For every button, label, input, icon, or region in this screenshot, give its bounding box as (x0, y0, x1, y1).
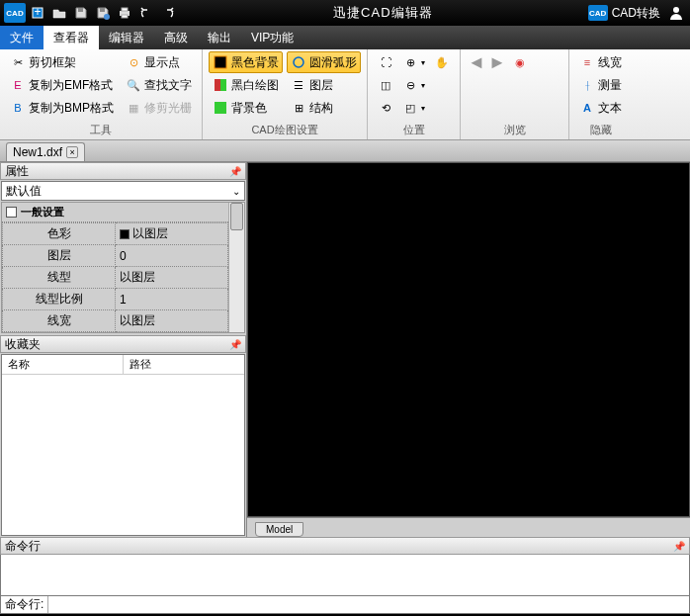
app-title: 迅捷CAD编辑器 (178, 4, 588, 22)
canvas-area: Model (247, 162, 690, 537)
svg-point-4 (104, 14, 110, 20)
menu-file[interactable]: 文件 (0, 26, 43, 49)
pos-btn-5[interactable]: ⊖▾ (398, 74, 429, 96)
pos-btn-1[interactable]: ⛶ (374, 51, 397, 73)
pos-btn-6[interactable]: ⟲ (374, 97, 397, 119)
command-panel-header[interactable]: 命令行 📌 (0, 537, 690, 555)
copy-emf-button[interactable]: E复制为EMF格式 (6, 74, 118, 96)
pos-btn-2[interactable]: ⊕▾ (398, 51, 429, 73)
hide-group-title: 隐藏 (573, 122, 628, 139)
file-tab[interactable]: New1.dxf × (6, 142, 85, 161)
bg-color-button[interactable]: 背景色 (209, 97, 283, 119)
pin-icon[interactable]: 📌 (229, 339, 241, 350)
ribbon: ✂剪切框架 E复制为EMF格式 B复制为BMP格式 ⊙显示点 🔍查找文字 ▦修剪… (0, 49, 690, 140)
crop-frame-button[interactable]: ✂剪切框架 (6, 51, 118, 73)
prop-value[interactable]: 以图层 (116, 310, 228, 332)
prop-value[interactable]: 以图层 (116, 267, 228, 289)
layers-button[interactable]: ☰图层 (287, 74, 361, 96)
prop-value[interactable]: 以图层 (116, 223, 228, 245)
prop-value[interactable]: 0 (116, 245, 228, 267)
layers-icon: ☰ (291, 77, 306, 93)
canvas-tab-strip: Model (247, 517, 690, 537)
structure-label: 结构 (309, 100, 333, 117)
cad-convert-label: CAD转换 (612, 5, 660, 22)
property-grid: 一般设置 色彩以图层 图层0 线型以图层 线型比例1 线宽以图层 (1, 202, 245, 333)
zoom-prev-icon: ⟲ (378, 100, 393, 116)
open-file-button[interactable] (49, 3, 69, 23)
favorites-panel-header[interactable]: 收藏夹 📌 (0, 335, 246, 353)
copy-bmp-button[interactable]: B复制为BMP格式 (6, 97, 118, 119)
position-group-title: 位置 (372, 122, 456, 139)
file-tab-close-button[interactable]: × (66, 146, 78, 158)
browse-btn-1[interactable]: ◉ (508, 51, 532, 73)
svg-rect-2 (78, 8, 83, 12)
svg-point-13 (294, 57, 303, 67)
menu-vip[interactable]: VIP功能 (241, 26, 303, 49)
default-value-label: 默认值 (6, 183, 42, 200)
menu-editor[interactable]: 编辑器 (99, 26, 154, 49)
svg-rect-6 (122, 8, 128, 11)
cad-convert-button[interactable]: CAD CAD转换 (588, 5, 660, 22)
black-bg-button[interactable]: 黑色背景 (209, 51, 283, 73)
nav-back-button[interactable]: ◄ (467, 51, 486, 73)
menu-advanced[interactable]: 高级 (154, 26, 198, 49)
redo-button[interactable] (158, 3, 178, 23)
find-text-label: 查找文字 (144, 77, 192, 94)
smooth-arc-button[interactable]: 圆滑弧形 (287, 51, 361, 73)
command-output[interactable] (0, 555, 690, 596)
pin-icon[interactable]: 📌 (673, 541, 685, 552)
properties-panel-header[interactable]: 属性 📌 (0, 162, 246, 180)
chevron-down-icon: ▾ (421, 58, 425, 67)
model-tab[interactable]: Model (255, 522, 303, 537)
layers-label: 图层 (309, 77, 333, 94)
command-input[interactable] (47, 596, 685, 613)
pos-btn-3[interactable]: ✋ (430, 51, 454, 73)
default-value-combo[interactable]: 默认值 ⌄ (1, 181, 245, 201)
command-line: 命令行: (0, 596, 690, 614)
prop-row: 图层0 (3, 245, 228, 267)
bw-draw-button[interactable]: 黑白绘图 (209, 74, 283, 96)
favorites-list[interactable]: 名称 路径 (1, 354, 245, 536)
structure-button[interactable]: ⊞结构 (287, 97, 361, 119)
measure-icon: ⟊ (579, 77, 595, 93)
fav-col-path[interactable]: 路径 (124, 355, 244, 374)
zoomout-icon: ⊖ (402, 77, 418, 93)
save-button[interactable] (71, 3, 91, 23)
line-width-label: 线宽 (598, 54, 622, 71)
ribbon-group-tools: ✂剪切框架 E复制为EMF格式 B复制为BMP格式 ⊙显示点 🔍查找文字 ▦修剪… (0, 49, 203, 139)
cad-settings-group-title: CAD绘图设置 (207, 122, 363, 139)
command-prompt: 命令行: (5, 596, 43, 613)
measure-button[interactable]: ⟊测量 (575, 74, 626, 96)
prop-key: 图层 (3, 245, 116, 267)
user-button[interactable] (666, 3, 686, 23)
text-button[interactable]: A文本 (575, 97, 626, 119)
pos-btn-4[interactable]: ◫ (374, 74, 397, 96)
menu-output[interactable]: 输出 (198, 26, 241, 49)
line-width-button[interactable]: ≡线宽 (575, 51, 626, 73)
copy-emf-label: 复制为EMF格式 (29, 77, 113, 94)
prop-section-general[interactable]: 一般设置 (2, 203, 228, 222)
svg-rect-11 (220, 79, 226, 91)
bgcolor-icon (213, 100, 228, 116)
show-points-button[interactable]: ⊙显示点 (122, 51, 196, 73)
prop-value[interactable]: 1 (116, 289, 228, 310)
svg-rect-7 (122, 15, 128, 18)
prop-scrollbar[interactable] (228, 203, 244, 332)
menu-viewer[interactable]: 查看器 (43, 26, 99, 49)
chevron-down-icon: ▾ (421, 104, 425, 113)
undo-button[interactable] (136, 3, 156, 23)
browse-group-title: 浏览 (465, 122, 564, 139)
find-text-button[interactable]: 🔍查找文字 (122, 74, 196, 96)
find-icon: 🔍 (126, 77, 141, 93)
nav-fwd-button[interactable]: ► (487, 51, 507, 73)
fav-col-name[interactable]: 名称 (2, 355, 124, 374)
pos-btn-7[interactable]: ◰▾ (398, 97, 429, 119)
new-file-button[interactable]: + (28, 3, 47, 23)
pin-icon[interactable]: 📌 (229, 166, 241, 177)
save-as-button[interactable] (93, 3, 113, 23)
trim-raster-button[interactable]: ▦修剪光栅 (122, 97, 196, 119)
drawing-canvas[interactable] (247, 162, 690, 517)
scrollbar-thumb[interactable] (230, 203, 243, 230)
favorites-panel: 收藏夹 📌 名称 路径 (0, 335, 246, 537)
print-button[interactable] (115, 3, 134, 23)
